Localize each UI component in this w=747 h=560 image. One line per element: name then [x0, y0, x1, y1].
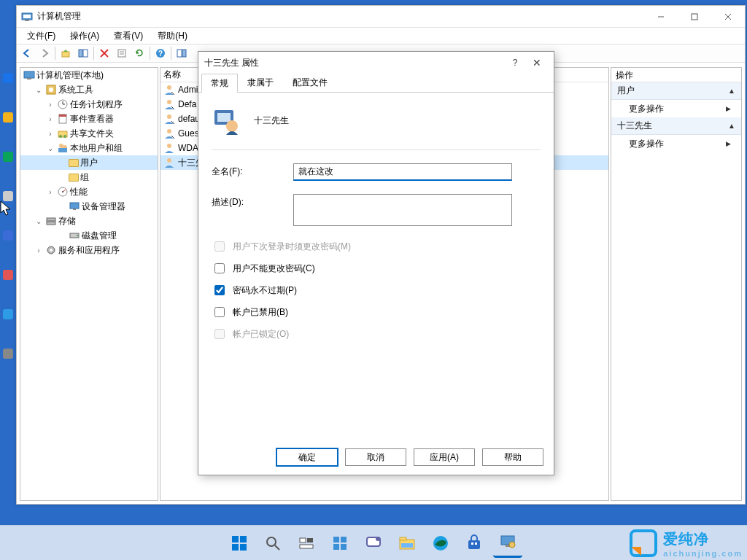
maximize-button[interactable]: [678, 6, 711, 27]
tree-system-tools[interactable]: ⌄ 系统工具: [20, 82, 158, 97]
svg-rect-59: [300, 538, 306, 542]
dialog-close-button[interactable]: ✕: [526, 57, 548, 69]
collapse-arrow-icon[interactable]: ▲: [728, 87, 735, 95]
actions-band-selected-user[interactable]: 十三先生 ▲: [611, 117, 741, 135]
store-button[interactable]: [460, 529, 489, 558]
desktop-shortcut[interactable]: [3, 270, 13, 280]
cancel-button[interactable]: 取消: [345, 448, 406, 466]
menubar: 文件(F) 操作(A) 查看(V) 帮助(H): [17, 28, 745, 44]
chk-must-change-password: 用户下次登录时须更改密码(M): [212, 239, 541, 254]
action-more-users[interactable]: 更多操作 ▶: [611, 100, 741, 117]
file-explorer-button[interactable]: [392, 529, 422, 558]
tree-disk-management[interactable]: 磁盘管理: [20, 228, 158, 243]
user-icon: [163, 84, 175, 96]
desktop-shortcut[interactable]: [3, 230, 13, 241]
chat-button[interactable]: [359, 529, 388, 558]
refresh-button[interactable]: [131, 45, 148, 61]
desktop-shortcut[interactable]: [3, 309, 13, 319]
collapse-arrow-icon[interactable]: ▲: [728, 122, 735, 130]
actions-pane: 操作 用户 ▲ 更多操作 ▶ 十三先生 ▲ 更多操作 ▶: [611, 67, 742, 501]
fullname-input[interactable]: [293, 163, 512, 181]
description-input[interactable]: [293, 194, 512, 226]
desktop-shortcut[interactable]: [3, 73, 13, 83]
help-button[interactable]: ?: [152, 45, 169, 61]
desktop-shortcut[interactable]: [3, 191, 13, 201]
expand-icon[interactable]: ›: [34, 246, 44, 254]
task-view-button[interactable]: [292, 529, 321, 558]
svg-rect-38: [47, 218, 55, 221]
expand-icon[interactable]: ›: [45, 188, 55, 196]
desktop-shortcut[interactable]: [3, 152, 13, 162]
svg-point-47: [167, 129, 171, 133]
delete-button[interactable]: [96, 45, 113, 61]
action-more-selected[interactable]: 更多操作 ▶: [611, 135, 741, 152]
dialog-help-button[interactable]: ?: [504, 58, 526, 68]
expand-icon[interactable]: ›: [45, 115, 55, 123]
tree-performance[interactable]: › 性能: [20, 184, 158, 199]
tree-pane[interactable]: 计算机管理(本地) ⌄ 系统工具 › 任务计划程序 › 事件查看器 ›: [20, 67, 158, 501]
titlebar[interactable]: 计算机管理: [17, 6, 745, 28]
dialog-button-row: 确定 取消 应用(A) 帮助: [198, 440, 554, 475]
minimize-button[interactable]: [644, 6, 678, 27]
expand-icon[interactable]: ›: [45, 130, 55, 138]
tree-event-viewer[interactable]: › 事件查看器: [20, 112, 158, 126]
tree-label: 组: [80, 171, 89, 184]
tree-task-scheduler[interactable]: › 任务计划程序: [20, 97, 158, 112]
checkbox[interactable]: [214, 285, 225, 295]
tab-general[interactable]: 常规: [201, 74, 238, 93]
column-name[interactable]: 名称: [163, 69, 181, 81]
edge-button[interactable]: [426, 529, 455, 558]
widgets-button[interactable]: [325, 529, 355, 558]
show-hide-tree-button[interactable]: [74, 45, 92, 61]
show-hide-action-pane-button[interactable]: [173, 45, 190, 61]
checkbox[interactable]: [214, 307, 225, 317]
collapse-icon[interactable]: ⌄: [45, 144, 55, 152]
tree-local-users-groups[interactable]: ⌄ 本地用户和组: [20, 141, 158, 155]
expand-icon[interactable]: ›: [45, 101, 55, 109]
tree-device-manager[interactable]: 设备管理器: [20, 199, 158, 214]
svg-point-67: [376, 537, 380, 541]
checkbox[interactable]: [214, 263, 225, 273]
back-button[interactable]: [18, 45, 36, 61]
collapse-icon[interactable]: ⌄: [34, 86, 44, 94]
menu-help[interactable]: 帮助(H): [150, 28, 195, 44]
dialog-titlebar[interactable]: 十三先生 属性 ? ✕: [198, 52, 554, 74]
close-button[interactable]: [711, 6, 745, 27]
forward-button[interactable]: [36, 45, 53, 61]
tree-shared-folders[interactable]: › 共享文件夹: [20, 126, 158, 141]
tab-profile[interactable]: 配置文件: [283, 73, 337, 92]
tree-services-apps[interactable]: › 服务和应用程序: [20, 243, 158, 257]
tree-label: 任务计划程序: [70, 98, 123, 111]
desktop-shortcut[interactable]: [3, 112, 13, 122]
collapse-icon[interactable]: ⌄: [34, 217, 44, 225]
tree-root[interactable]: 计算机管理(本地): [20, 68, 158, 82]
dialog-help-button[interactable]: 帮助: [482, 448, 543, 466]
chk-cannot-change-password[interactable]: 用户不能更改密码(C): [212, 261, 541, 276]
ok-button[interactable]: 确定: [276, 448, 338, 466]
tree-label: 共享文件夹: [70, 128, 114, 140]
menu-view[interactable]: 查看(V): [107, 28, 150, 44]
properties-button[interactable]: [113, 45, 131, 61]
menu-file[interactable]: 文件(F): [20, 28, 63, 44]
svg-rect-73: [471, 542, 473, 545]
tree-groups[interactable]: 组: [20, 170, 158, 184]
up-button[interactable]: [57, 45, 74, 61]
user-icon: [163, 113, 175, 125]
svg-rect-74: [475, 542, 477, 545]
user-avatar-icon: [212, 106, 241, 135]
chk-account-disabled[interactable]: 帐户已禁用(B): [212, 305, 541, 319]
start-button[interactable]: [225, 529, 254, 558]
desktop-shortcut[interactable]: [3, 349, 13, 359]
actions-band-users[interactable]: 用户 ▲: [611, 82, 741, 100]
search-button[interactable]: [258, 529, 287, 558]
window-title: 计算机管理: [37, 10, 644, 23]
svg-rect-63: [341, 537, 347, 542]
chk-password-never-expires[interactable]: 密码永不过期(P): [212, 283, 541, 298]
computer-management-taskbar-icon[interactable]: [493, 529, 522, 558]
tree-label: 服务和应用程序: [58, 244, 120, 257]
menu-action[interactable]: 操作(A): [63, 28, 107, 44]
tree-users[interactable]: 用户: [20, 155, 158, 170]
tree-storage[interactable]: ⌄ 存储: [20, 214, 158, 228]
apply-button[interactable]: 应用(A): [414, 448, 475, 466]
tab-member-of[interactable]: 隶属于: [238, 73, 283, 92]
